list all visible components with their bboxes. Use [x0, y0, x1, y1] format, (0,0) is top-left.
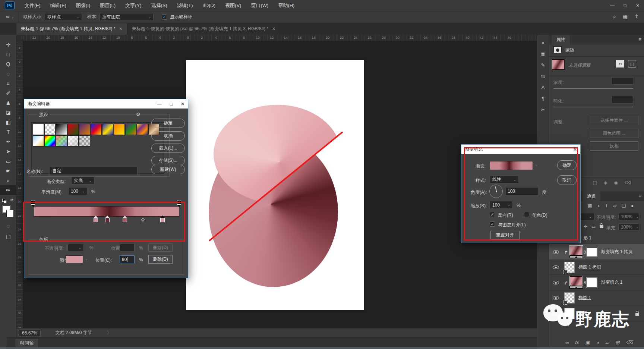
- preset-swatch[interactable]: [56, 124, 67, 135]
- menu-item[interactable]: 图像(I): [71, 0, 95, 11]
- layer-row-ellipse-copy[interactable]: 椭圆 1 拷贝: [549, 260, 644, 275]
- lock-move-icon[interactable]: ✛: [584, 224, 588, 229]
- smoothness-select[interactable]: 100 ⌄: [68, 187, 88, 195]
- dock-panel-icon[interactable]: ✂: [537, 104, 549, 115]
- dock-panel-icon[interactable]: ≣: [537, 48, 549, 59]
- mask-op-icon[interactable]: ⌫: [625, 180, 631, 185]
- layer-filter-icon[interactable]: T: [605, 203, 608, 208]
- close-icon[interactable]: ✕: [272, 26, 275, 31]
- menu-item[interactable]: 帮助(H): [273, 0, 299, 11]
- lock-artboard-icon[interactable]: ▭: [591, 224, 596, 229]
- layer-filter-icon[interactable]: ●: [631, 203, 634, 208]
- tool-button[interactable]: ♟: [0, 98, 16, 108]
- preset-swatch[interactable]: [137, 124, 148, 135]
- layer-row-gradient-fill[interactable]: ↳ 8 渐变填充 1: [549, 275, 644, 290]
- window-control-button[interactable]: ✕: [631, 0, 644, 11]
- menu-item[interactable]: 图层(L): [95, 0, 120, 11]
- dock-panel-icon[interactable]: »: [537, 37, 549, 48]
- delete-color-stop-button[interactable]: 删除(D): [148, 255, 173, 264]
- horizontal-ruler[interactable]: 2220181614121086420246810121416182022242…: [23, 35, 537, 41]
- preset-swatch[interactable]: [44, 124, 56, 135]
- delete-opacity-stop-button[interactable]: 删除(D): [148, 243, 173, 252]
- eye-icon[interactable]: [553, 250, 559, 254]
- mask-op-icon[interactable]: ◉: [614, 180, 618, 185]
- screen-mode-button[interactable]: ▢: [0, 232, 16, 241]
- vertical-ruler[interactable]: 202468101214161820222426283032343638: [16, 41, 23, 328]
- opacity-select[interactable]: 100% ⌄: [618, 213, 639, 220]
- dock-panel-icon[interactable]: A: [537, 82, 549, 93]
- app-bar-icon[interactable]: ▦: [623, 13, 628, 20]
- background-color[interactable]: [6, 210, 14, 217]
- lock-all-icon[interactable]: [600, 225, 603, 228]
- menu-item[interactable]: 3D(D): [198, 0, 220, 11]
- tool-button[interactable]: Ϙ: [0, 59, 16, 69]
- menu-item[interactable]: 滤镜(T): [172, 0, 198, 11]
- preset-swatch[interactable]: [67, 135, 79, 147]
- menu-item[interactable]: 选择(S): [146, 0, 172, 11]
- mask-op-icon[interactable]: ⬚: [593, 180, 597, 185]
- menu-item[interactable]: 编辑(E): [45, 0, 71, 11]
- mask-link-icon[interactable]: 8: [584, 280, 586, 285]
- layer-thumbnail[interactable]: [564, 262, 575, 273]
- layer-filter-icon[interactable]: ▱: [613, 203, 616, 208]
- layers-bottom-icon[interactable]: ▣: [585, 340, 590, 345]
- layer-thumbnail[interactable]: [570, 276, 583, 286]
- save-button[interactable]: 存储(S)...: [151, 156, 185, 165]
- sample-select[interactable]: 所有图层 ⌄: [100, 13, 154, 21]
- panel-menu-icon[interactable]: ≡: [638, 193, 641, 199]
- preset-swatch[interactable]: [44, 135, 56, 147]
- swap-colors-icon[interactable]: ⇄: [10, 198, 13, 202]
- window-control-button[interactable]: □: [619, 0, 631, 11]
- preset-swatch[interactable]: [33, 124, 44, 135]
- mask-thumbnail[interactable]: [587, 278, 597, 287]
- tool-button[interactable]: T: [0, 127, 16, 137]
- tool-button[interactable]: ◧: [0, 117, 16, 127]
- ok-button[interactable]: 确定: [151, 119, 185, 128]
- layers-bottom-icon[interactable]: fx: [575, 340, 579, 345]
- minimize-icon[interactable]: —: [157, 101, 162, 107]
- density-slider[interactable]: [553, 88, 633, 89]
- tool-button[interactable]: □: [0, 50, 16, 59]
- tab-channels[interactable]: 通道: [583, 191, 600, 201]
- quick-mask-button[interactable]: ◌: [0, 221, 16, 231]
- window-control-button[interactable]: —: [606, 0, 619, 11]
- layer-row-gradient-fill-copy[interactable]: ↳ 8 渐变填充 1 拷贝: [549, 244, 644, 260]
- maximize-icon[interactable]: □: [170, 101, 173, 107]
- gradient-type-select[interactable]: 实底 ⌄: [71, 177, 94, 185]
- dock-panel-icon[interactable]: ⇆: [537, 70, 549, 82]
- tool-button[interactable]: ⌗: [0, 79, 16, 88]
- invert-button[interactable]: 反相: [590, 141, 638, 151]
- layers-bottom-icon[interactable]: ▱: [606, 340, 609, 345]
- tool-button[interactable]: ✑: [0, 185, 16, 195]
- zoom-level[interactable]: 66.67%: [19, 330, 41, 336]
- close-icon[interactable]: ✕: [181, 101, 184, 107]
- eye-icon[interactable]: [553, 281, 559, 284]
- preset-swatch[interactable]: [56, 135, 67, 147]
- layer-filter-icon[interactable]: ▦: [588, 203, 592, 208]
- show-ring-checkbox[interactable]: ✓: [162, 15, 167, 20]
- tool-button[interactable]: ▭: [0, 156, 16, 166]
- tool-button[interactable]: ✐: [0, 88, 16, 98]
- color-position-input[interactable]: 90: [120, 255, 135, 263]
- preset-swatch[interactable]: [125, 124, 136, 135]
- document-tab-active[interactable]: 未标题-1 @ 66.7% (渐变填充 1 拷贝, RGB/8#) * ✕: [16, 23, 127, 35]
- tab-timeline[interactable]: 时间轴: [15, 339, 39, 348]
- layer-filter-icon[interactable]: ◑: [597, 203, 600, 208]
- layers-bottom-icon[interactable]: ∞: [565, 340, 569, 345]
- preset-swatch[interactable]: [33, 135, 44, 147]
- color-range-button[interactable]: 颜色范围 ...: [590, 129, 638, 138]
- blend-mode-select[interactable]: ⌄: [580, 213, 594, 220]
- fill-select[interactable]: 100% ⌄: [618, 223, 639, 231]
- app-bar-icon[interactable]: ⌕: [613, 13, 616, 20]
- mask-thumbnail[interactable]: [552, 59, 565, 70]
- preset-swatch[interactable]: [102, 124, 113, 135]
- layer-thumbnail[interactable]: [564, 292, 575, 304]
- layers-bottom-icon[interactable]: ◑: [596, 340, 599, 345]
- add-pixel-mask-button[interactable]: ◘: [616, 60, 624, 67]
- select-and-mask-button[interactable]: 选择并遮住 ...: [590, 116, 638, 125]
- preset-swatch[interactable]: [79, 135, 90, 147]
- stop-opacity-select[interactable]: ⌄: [67, 244, 84, 251]
- tool-button[interactable]: ⌕: [0, 176, 16, 185]
- panel-menu-icon[interactable]: ≡: [638, 37, 641, 42]
- cancel-button[interactable]: 取消: [151, 131, 185, 141]
